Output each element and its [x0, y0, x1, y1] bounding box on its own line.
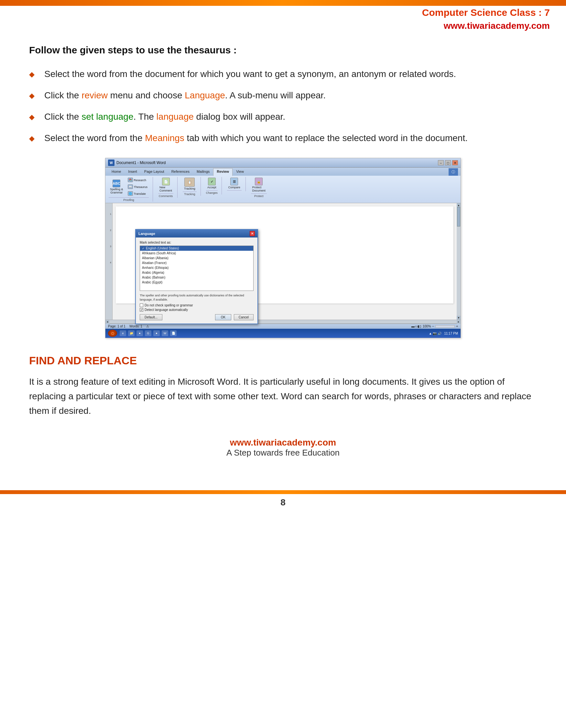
- taskbar-ie[interactable]: e: [120, 330, 126, 336]
- ribbon-group-changes: ✓ Accept Changes: [206, 177, 222, 194]
- tab-review[interactable]: Review: [213, 168, 233, 176]
- checkbox-row-1: Do not check spelling or grammar: [140, 303, 254, 307]
- taskbar-icons: e 📁 ● G ● W 📄: [120, 330, 177, 336]
- section-heading: Follow the given steps to use the thesau…: [29, 45, 537, 56]
- comments-items: 📄 NewComment: [158, 177, 173, 193]
- scrollbar-up[interactable]: ▲: [457, 203, 461, 207]
- footer: www.tiwariacademy.com A Step towards fre…: [29, 437, 537, 468]
- checkbox-label-2: Detect language automatically: [145, 308, 188, 312]
- ruler-mark-3: 3: [110, 245, 111, 248]
- scroll-right[interactable]: ►: [457, 320, 461, 324]
- ok-button[interactable]: OK: [215, 314, 231, 320]
- protect-document-button[interactable]: 🔒 ProtectDocument: [251, 177, 267, 193]
- language-amharic[interactable]: Amharic (Ethiopia): [140, 265, 253, 270]
- scroll-left[interactable]: ◄: [105, 320, 109, 324]
- tracking-button[interactable]: 📋 TrackIng: [183, 177, 197, 191]
- checkbox-detect-language[interactable]: ✓: [140, 308, 143, 312]
- bullet-text-3: Click the set language. The language dia…: [44, 110, 285, 124]
- language-afrikaans[interactable]: Afrikaans (South Africa): [140, 251, 253, 256]
- language-arabic-egypt[interactable]: Arabic (Egypt): [140, 280, 253, 285]
- list-item: ◆ Click the set language. The language d…: [29, 110, 537, 124]
- research-button[interactable]: 📚 Research: [127, 177, 149, 183]
- ribbon-group-tracking: 📋 TrackIng Tracking: [183, 177, 201, 196]
- footer-website: www.tiwariacademy.com: [29, 437, 537, 448]
- find-replace-section: FIND AND REPLACE It is a strong feature …: [29, 354, 537, 418]
- dialog-close-button[interactable]: ✕: [250, 231, 255, 236]
- taskbar-word[interactable]: W: [162, 330, 168, 336]
- word-statusbar: Page: 1 of 1 Words: 1 ⚠ ▬▭▮▯ 100% − +: [105, 324, 461, 329]
- language-alsatian[interactable]: Alsatian (France): [140, 260, 253, 265]
- tab-help[interactable]: ⓘ: [449, 168, 458, 176]
- zoom-slider[interactable]: [435, 325, 455, 328]
- translate-button[interactable]: 🌐 Translate: [127, 191, 149, 197]
- word-taskbar: ◯ e 📁 ● G ● W 📄 ▲ 📷 🔊 11:17 PM: [105, 329, 461, 338]
- language-albanian[interactable]: Albanian (Albania): [140, 256, 253, 260]
- taskbar-app3[interactable]: ●: [153, 330, 160, 336]
- restore-button[interactable]: ◻: [445, 160, 451, 165]
- spelling-label: Spelling &Grammar: [110, 188, 123, 194]
- accept-button[interactable]: ✓ Accept: [206, 177, 218, 190]
- header-right: Computer Science Class : 7 www.tiwariaca…: [422, 6, 550, 32]
- ruler-left: 1 2 3 4: [105, 203, 113, 320]
- spelling-grammar-button[interactable]: ABC Spelling &Grammar: [109, 179, 125, 195]
- language-dialog: Language ✕ Mark selected text as: ✓ Engl…: [135, 229, 258, 324]
- changes-label: Changes: [206, 190, 218, 194]
- compare-label: [227, 190, 242, 191]
- statusbar-left: Page: 1 of 1 Words: 1 ⚠: [108, 325, 149, 328]
- titlebar-controls[interactable]: – ◻ ✕: [438, 160, 458, 165]
- taskbar-tray: ▲ 📷 🔊: [429, 332, 441, 335]
- taskbar-folder[interactable]: 📁: [128, 330, 135, 336]
- ribbon-group-compare: ☰ Compare: [227, 177, 246, 191]
- language-arabic-algeria[interactable]: Arabic (Algeria): [140, 270, 253, 275]
- language-english-us[interactable]: ✓ English (United States): [140, 246, 253, 251]
- taskbar-app2[interactable]: G: [145, 330, 151, 336]
- close-button[interactable]: ✕: [452, 160, 458, 165]
- zoom-minus[interactable]: −: [432, 325, 434, 328]
- tab-references[interactable]: References: [168, 168, 193, 176]
- ribbon-tabs: Home Insert Page Layout References Maili…: [105, 168, 461, 176]
- bullet-text-1: Select the word from the document for wh…: [44, 67, 456, 81]
- new-comment-button[interactable]: 📄 NewComment: [158, 177, 173, 193]
- list-item: ◆ Select the word from the document for …: [29, 67, 537, 81]
- zoom-plus[interactable]: +: [456, 325, 458, 328]
- find-replace-heading: FIND AND REPLACE: [29, 354, 537, 367]
- compare-button[interactable]: ☰ Compare: [227, 177, 242, 190]
- bullet-diamond-2: ◆: [29, 90, 35, 101]
- page-number: 8: [0, 494, 566, 511]
- changes-items: ✓ Accept: [206, 177, 218, 190]
- translate-label: Translate: [134, 192, 146, 195]
- checkbox-no-spell[interactable]: [140, 303, 143, 307]
- start-button[interactable]: ◯: [108, 330, 117, 337]
- compare-label: Compare: [228, 186, 240, 189]
- scrollbar-down[interactable]: ▼: [457, 316, 461, 320]
- word-logo: W: [108, 160, 115, 166]
- tab-insert[interactable]: Insert: [125, 168, 141, 176]
- scrollbar-right[interactable]: ▲ ▼: [457, 203, 461, 320]
- taskbar-app4[interactable]: 📄: [170, 330, 177, 336]
- tab-home[interactable]: Home: [108, 168, 125, 176]
- word-screenshot: W Document1 - Microsoft Word – ◻ ✕ Home …: [105, 158, 461, 338]
- word-doc-body: 1 2 3 4 Language ✕ Mark selected text as…: [105, 203, 461, 320]
- words-info: Words: 1: [129, 325, 142, 328]
- protect-icon: 🔒: [255, 178, 263, 185]
- tab-view[interactable]: View: [233, 168, 248, 176]
- word-page-area: Language ✕ Mark selected text as: ✓ Engl…: [113, 203, 457, 320]
- dialog-description: The speller and other proofing tools aut…: [140, 293, 254, 302]
- taskbar-time: 11:17 PM: [444, 332, 458, 335]
- cancel-button[interactable]: Cancel: [234, 314, 254, 320]
- top-gradient-bar: [0, 0, 566, 6]
- ribbon-body: ABC Spelling &Grammar 📚 Research 📖 Thesa…: [105, 176, 461, 203]
- tab-mailings[interactable]: Mailings: [193, 168, 213, 176]
- language-listbox[interactable]: ✓ English (United States) Afrikaans (Sou…: [140, 246, 254, 291]
- checkbox-label-1: Do not check spelling or grammar: [145, 303, 193, 307]
- language-name-1: English (United States): [146, 247, 179, 250]
- minimize-button[interactable]: –: [438, 160, 444, 165]
- taskbar-app1[interactable]: ●: [137, 330, 143, 336]
- thesaurus-button[interactable]: 📖 Thesaurus: [127, 184, 149, 190]
- default-button[interactable]: Default...: [140, 314, 162, 320]
- word-titlebar: W Document1 - Microsoft Word – ◻ ✕: [105, 158, 461, 168]
- find-replace-text: It is a strong feature of text editing i…: [29, 375, 537, 418]
- language-arabic-bahrain[interactable]: Arabic (Bahrain): [140, 275, 253, 280]
- tab-page-layout[interactable]: Page Layout: [141, 168, 168, 176]
- scrollbar-thumb[interactable]: [457, 207, 460, 226]
